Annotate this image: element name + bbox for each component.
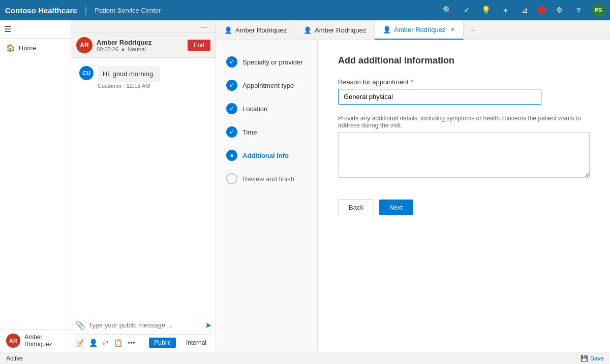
step-appointment-type[interactable]: ✓ Appointment type [216,74,317,97]
sidebar: ☰ 🏠 Home AR Amber Rodriquez [0,20,71,352]
save-button[interactable]: 💾 Save [581,355,604,362]
step-time[interactable]: ✓ Time [216,120,317,144]
tab-2-icon: 👤 [383,26,391,34]
chat-time: 00:08:26 [97,46,118,52]
filter-icon[interactable]: ⊿ [518,4,531,16]
tab-1[interactable]: 👤 Amber Rodriquez [295,21,375,39]
step-appointment-circle: ✓ [226,80,237,91]
reason-group: Reason for appointment * [338,78,590,105]
step-location-label: Location [242,105,267,113]
reason-label: Reason for appointment * [338,78,590,86]
nav-icons: 🔍 ✓ 💡 ＋ ⊿ ⚙ ? PS [441,4,605,17]
attachment-icon[interactable]: 📎 [75,320,85,330]
chat-header-avatar: AR [76,37,93,53]
step-location[interactable]: ✓ Location [216,97,317,120]
tab-2-label: Amber Rodriquez [394,26,445,34]
transfer-icon[interactable]: ⇄ [103,339,109,347]
tabs-bar: 👤 Amber Rodriquez 👤 Amber Rodriquez 👤 Am… [216,20,610,40]
tab-0[interactable]: 👤 Amber Rodriquez [216,21,295,39]
back-button[interactable]: Back [338,200,374,215]
step-info-label: Additional Info [242,152,289,159]
sidebar-top: ☰ [0,20,71,39]
step-specialty[interactable]: ✓ Specialty or provider [216,50,317,74]
search-icon[interactable]: 🔍 [441,4,453,16]
tab-2[interactable]: 👤 Amber Rodriquez ✕ [375,21,464,40]
save-icon: 💾 [581,355,588,362]
top-navbar: Contoso Healthcare | Patient Service Cen… [0,0,610,20]
step-specialty-circle: ✓ [226,56,237,68]
person-icon[interactable]: 👤 [89,339,98,347]
reason-input[interactable] [338,89,541,105]
next-button[interactable]: Next [379,200,413,215]
agent-avatar: AR [6,334,20,348]
save-label: Save [590,355,604,362]
form-area: Add additional information Reason for ap… [318,40,610,352]
step-info-circle: ● [226,150,237,161]
step-time-label: Time [242,128,257,136]
details-group: Provide any additional details, includin… [338,115,590,179]
help-icon[interactable]: ? [572,4,585,16]
details-hint: Provide any additional details, includin… [338,115,590,129]
chat-status: Neutral [128,46,145,52]
details-textarea[interactable] [338,132,590,178]
agent-name: Amber Rodriquez [24,334,65,348]
chat-input-row: 📎 ➤ [75,320,211,330]
chat-header: AR Amber Rodriquez 00:08:26 ● Neutral En… [71,33,216,58]
brand-area: Contoso Healthcare | Patient Service Cen… [5,5,161,16]
wizard-steps: ✓ Specialty or provider ✓ Appointment ty… [216,40,318,352]
status-dot-icon: ● [121,46,125,52]
step-additional-info[interactable]: ● Additional Info [216,144,317,167]
hamburger-icon[interactable]: ☰ [4,24,67,34]
public-button[interactable]: Public [149,338,176,348]
customer-avatar: CU [79,66,94,80]
lightbulb-icon[interactable]: 💡 [480,4,492,16]
tab-content: ✓ Specialty or provider ✓ Appointment ty… [216,40,610,352]
tab-1-icon: 👤 [303,26,312,34]
brand-divider: | [85,5,87,16]
right-panel: 👤 Amber Rodriquez 👤 Amber Rodriquez 👤 Am… [216,20,610,352]
send-icon[interactable]: ➤ [205,320,211,330]
step-location-circle: ✓ [226,103,237,114]
tab-2-close-icon[interactable]: ✕ [450,26,455,33]
user-avatar[interactable]: PS [592,4,605,17]
required-star: * [410,78,413,86]
step-review[interactable]: Review and finish [216,167,317,190]
message-item: CU Hi, good morning. Customer · 12:12 AM [79,66,207,89]
notification-badge [538,6,546,14]
chat-header-meta: 00:08:26 ● Neutral [97,46,188,52]
brand-subtitle: Patient Service Center [95,7,161,14]
internal-button[interactable]: Internal [181,338,211,348]
main-layout: ☰ 🏠 Home AR Amber Rodriquez — AR Amber R… [0,20,610,352]
notes-icon[interactable]: 📝 [75,339,84,347]
tab-add-button[interactable]: ＋ [464,20,482,40]
template-icon[interactable]: 📋 [114,339,123,347]
step-review-label: Review and finish [242,175,294,183]
sidebar-item-home[interactable]: 🏠 Home [0,39,71,57]
step-specialty-label: Specialty or provider [242,58,303,66]
plus-icon[interactable]: ＋ [499,4,511,16]
form-title: Add additional information [338,55,590,66]
active-status: Active [6,355,23,362]
tab-1-label: Amber Rodriquez [315,26,366,34]
step-appointment-label: Appointment type [242,82,294,89]
chat-messages: CU Hi, good morning. Customer · 12:12 AM [71,58,216,316]
end-call-button[interactable]: End [188,40,210,51]
step-review-circle [226,173,237,184]
more-icon[interactable]: ••• [128,339,135,347]
agent-section: AR Amber Rodriquez [0,329,71,352]
message-content: Hi, good morning. Customer · 12:12 AM [98,66,207,89]
chat-input-area: 📎 ➤ 📝 👤 ⇄ 📋 ••• Public Internal [71,316,216,352]
tab-0-icon: 👤 [224,26,232,34]
message-text: Hi, good morning. [98,66,160,82]
chat-toolbar: 📝 👤 ⇄ 📋 ••• Public Internal [75,334,211,348]
chat-message-input[interactable] [88,321,202,329]
chat-header-info: Amber Rodriquez 00:08:26 ● Neutral [97,39,188,52]
brand-name: Contoso Healthcare [5,6,77,15]
settings-icon[interactable]: ⚙ [553,4,565,16]
status-bar: Active 💾 Save [0,352,610,364]
minimize-icon[interactable]: — [200,22,207,30]
chat-panel: — AR Amber Rodriquez 00:08:26 ● Neutral … [71,20,216,352]
checkmark-icon[interactable]: ✓ [461,4,473,16]
chat-header-name: Amber Rodriquez [97,39,188,46]
home-icon: 🏠 [6,44,15,52]
